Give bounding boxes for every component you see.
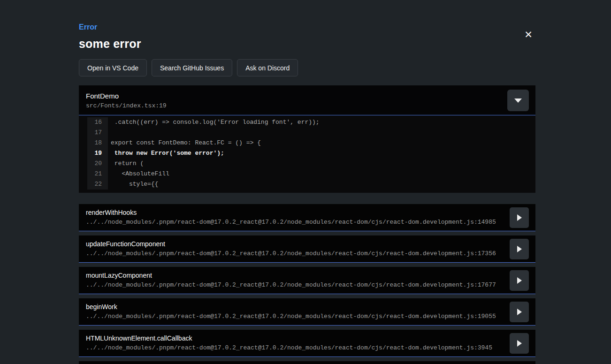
- code-line: 17: [87, 128, 535, 138]
- stack-trace: renderWithHooks ../../node_modules/.pnpm…: [79, 204, 535, 364]
- code-line: 16 .catch((err) => console.log('Error lo…: [87, 117, 535, 128]
- code-line: 19 throw new Error('some error');: [87, 148, 535, 159]
- play-icon: [517, 246, 522, 252]
- stack-frame-path: ../../node_modules/.pnpm/react-dom@17.0.…: [86, 281, 503, 288]
- stack-frame: beginWork ../../node_modules/.pnpm/react…: [79, 298, 535, 326]
- stack-frame-title: renderWithHooks: [86, 209, 503, 217]
- chevron-down-icon: [514, 99, 522, 103]
- stack-frame-path: ../../node_modules/.pnpm/react-dom@17.0.…: [86, 344, 503, 351]
- source-location: src/Fonts/index.tsx:19: [86, 102, 528, 109]
- play-icon: [517, 340, 522, 347]
- code-frame-header: FontDemo src/Fonts/index.tsx:19: [79, 85, 535, 115]
- stack-frame: HTMLUnknownElement.callCallback ../../no…: [79, 330, 535, 357]
- code-block: 16 .catch((err) => console.log('Error lo…: [79, 115, 535, 193]
- line-number: 19: [87, 148, 108, 159]
- error-content: Error some error Open in VS Code Search …: [79, 0, 535, 364]
- code-frame-panel: FontDemo src/Fonts/index.tsx:19 16 .catc…: [79, 85, 535, 193]
- line-number: 22: [87, 179, 108, 190]
- code-line: 20 return (: [87, 159, 535, 169]
- open-in-vscode-button[interactable]: Open in VS Code: [79, 59, 147, 76]
- stack-frame-title: beginWork: [86, 303, 503, 311]
- line-number: 20: [87, 159, 108, 169]
- code-line: 21 <AbsoluteFill: [87, 169, 535, 179]
- code-line: 22 style={{: [87, 179, 535, 190]
- line-code: [108, 128, 111, 138]
- stack-frame: renderWithHooks ../../node_modules/.pnpm…: [79, 204, 535, 231]
- line-number: 21: [87, 169, 108, 179]
- stack-frame: mountLazyComponent ../../node_modules/.p…: [79, 267, 535, 294]
- play-icon: [517, 214, 522, 221]
- line-code: .catch((err) => console.log('Error loadi…: [108, 117, 320, 128]
- error-message: some error: [79, 37, 535, 51]
- open-frame-button[interactable]: [510, 302, 529, 322]
- line-number: 16: [87, 117, 108, 128]
- stack-frame-title: HTMLUnknownElement.callCallback: [86, 334, 503, 342]
- line-number: 18: [87, 138, 108, 148]
- line-code: style={{: [108, 179, 158, 190]
- stack-frame-path: ../../node_modules/.pnpm/react-dom@17.0.…: [86, 250, 503, 257]
- play-icon: [517, 277, 522, 284]
- open-frame-button[interactable]: [510, 207, 529, 228]
- open-frame-button[interactable]: [510, 333, 529, 354]
- open-frame-button[interactable]: [510, 239, 529, 259]
- stack-frame: [79, 361, 535, 364]
- error-overlay: ✕ Error some error Open in VS Code Searc…: [0, 0, 611, 364]
- stack-frame: updateFunctionComponent ../../node_modul…: [79, 235, 535, 263]
- line-code: <AbsoluteFill: [108, 169, 169, 179]
- action-buttons: Open in VS Code Search GitHub Issues Ask…: [79, 59, 535, 76]
- error-type-label: Error: [79, 0, 535, 31]
- stack-frame-title: mountLazyComponent: [86, 272, 503, 280]
- line-code: export const FontDemo: React.FC = () => …: [108, 138, 261, 148]
- stack-frame-title: updateFunctionComponent: [86, 240, 503, 248]
- line-code: return (: [108, 159, 144, 169]
- line-code: throw new Error('some error');: [108, 148, 224, 159]
- component-name: FontDemo: [86, 92, 528, 100]
- ask-on-discord-button[interactable]: Ask on Discord: [237, 59, 298, 76]
- stack-frame-path: ../../node_modules/.pnpm/react-dom@17.0.…: [86, 313, 503, 320]
- play-icon: [517, 309, 522, 315]
- open-frame-button[interactable]: [510, 270, 529, 291]
- code-line: 18 export const FontDemo: React.FC = () …: [87, 138, 535, 148]
- stack-frame-path: ../../node_modules/.pnpm/react-dom@17.0.…: [86, 219, 503, 226]
- collapse-button[interactable]: [507, 90, 529, 111]
- line-number: 17: [87, 128, 108, 138]
- search-github-issues-button[interactable]: Search GitHub Issues: [152, 59, 232, 76]
